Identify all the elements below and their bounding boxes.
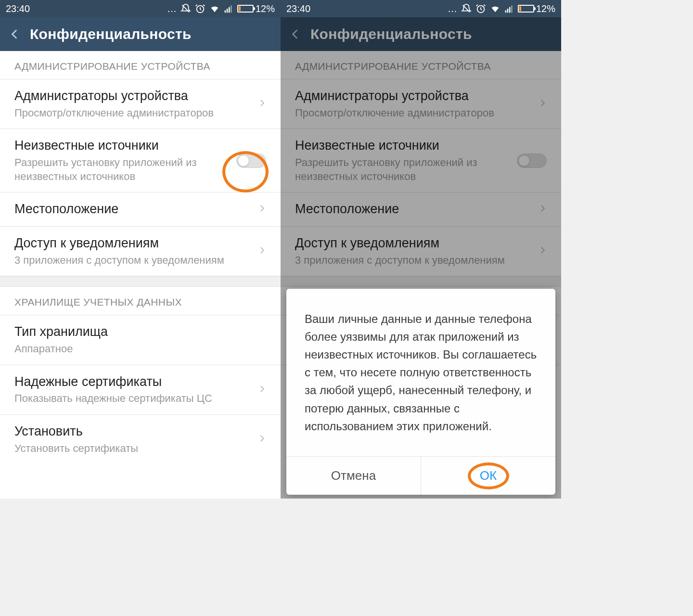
- status-time: 23:40: [6, 3, 30, 14]
- chevron-right-icon: [257, 202, 266, 217]
- alarm-icon: [475, 3, 486, 14]
- svg-rect-8: [509, 7, 511, 13]
- row-unknown-sources[interactable]: Неизвестные источники Разрешить установк…: [0, 129, 281, 192]
- battery: 12%: [518, 3, 555, 14]
- row-title: Доступ к уведомлениям: [14, 235, 251, 252]
- row-sub: Аппаратное: [14, 342, 266, 356]
- chevron-right-icon: [257, 382, 266, 398]
- battery-pct: 12%: [256, 3, 275, 14]
- section-header-storage: ХРАНИЛИЩЕ УЧЕТНЫХ ДАННЫХ: [0, 287, 281, 315]
- status-icons: … 12%: [167, 3, 275, 14]
- dialog-text: Ваши личные данные и данные телефона бол…: [286, 289, 555, 456]
- toggle-unknown-sources[interactable]: [236, 154, 266, 168]
- svg-rect-9: [511, 5, 513, 13]
- row-trusted-certs[interactable]: Надежные сертификаты Показывать надежные…: [0, 365, 281, 415]
- cancel-button[interactable]: Отмена: [286, 457, 421, 495]
- row-title: Тип хранилища: [14, 324, 266, 340]
- chevron-right-icon: [257, 96, 266, 112]
- row-title: Местоположение: [14, 201, 251, 218]
- section-header-admin: АДМИНИСТРИРОВАНИЕ УСТРОЙСТВА: [0, 51, 281, 79]
- svg-rect-6: [505, 10, 507, 13]
- row-notif-access[interactable]: Доступ к уведомлениям 3 приложения с дос…: [0, 227, 281, 276]
- wifi-icon: [490, 3, 500, 14]
- row-sub: Установить сертификаты: [14, 442, 251, 456]
- more-icon: …: [448, 3, 457, 14]
- statusbar: 23:40 … 12%: [281, 0, 561, 17]
- row-sub: Просмотр/отключение администраторов: [14, 106, 251, 120]
- chevron-right-icon: [257, 432, 266, 447]
- svg-rect-4: [231, 5, 232, 13]
- section-gap: [0, 276, 281, 287]
- row-install-certs[interactable]: Установить Установить сертификаты: [0, 415, 281, 464]
- page-title: Конфиденциальность: [30, 26, 192, 42]
- dnd-icon: [461, 3, 472, 14]
- row-title: Установить: [14, 424, 251, 440]
- row-title: Надежные сертификаты: [14, 374, 251, 390]
- screen-left: 23:40 … 12% Конфиденциальность АДМИНИСТР…: [0, 0, 281, 499]
- signal-icon: [504, 4, 514, 13]
- signal-icon: [224, 4, 233, 13]
- status-time: 23:40: [286, 3, 310, 14]
- ok-button[interactable]: ОК: [421, 457, 555, 495]
- row-title: Неизвестные источники: [14, 138, 230, 154]
- row-title: Администраторы устройства: [14, 88, 251, 104]
- svg-rect-7: [507, 9, 509, 13]
- chevron-right-icon: [257, 244, 266, 259]
- svg-rect-2: [227, 9, 228, 13]
- wifi-icon: [209, 3, 220, 14]
- svg-rect-3: [229, 7, 230, 13]
- battery-pct: 12%: [536, 3, 555, 14]
- back-icon[interactable]: [9, 28, 21, 40]
- battery: 12%: [237, 3, 275, 14]
- dialog-unknown-sources: Ваши личные данные и данные телефона бол…: [286, 289, 555, 495]
- row-location[interactable]: Местоположение: [0, 192, 281, 227]
- status-icons: … 12%: [448, 3, 555, 14]
- row-sub: 3 приложения с доступом к уведомлениям: [14, 254, 251, 268]
- svg-rect-1: [225, 10, 226, 13]
- row-device-admins[interactable]: Администраторы устройства Просмотр/отклю…: [0, 79, 281, 129]
- row-sub: Показывать надежные сертификаты ЦС: [14, 392, 251, 406]
- screen-right: 23:40 … 12% Конфиденциальность АДМИНИСТР…: [281, 0, 561, 499]
- row-storage-type[interactable]: Тип хранилища Аппаратное: [0, 315, 281, 365]
- dnd-icon: [180, 3, 191, 14]
- statusbar: 23:40 … 12%: [0, 0, 281, 17]
- appbar: Конфиденциальность: [0, 17, 281, 51]
- row-sub: Разрешить установку приложений из неизве…: [14, 156, 230, 183]
- more-icon: …: [167, 3, 177, 14]
- alarm-icon: [195, 3, 205, 14]
